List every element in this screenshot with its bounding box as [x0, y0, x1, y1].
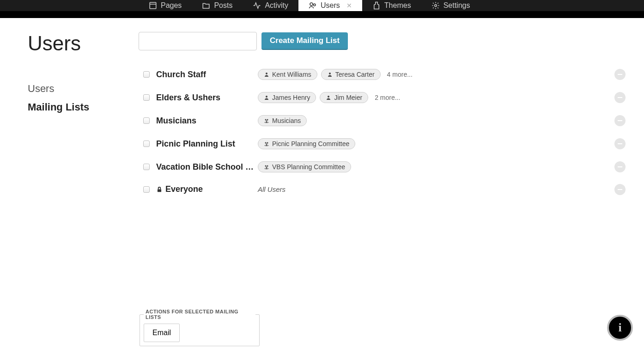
group-icon	[264, 118, 269, 123]
chip-label: Musicians	[272, 117, 301, 124]
row-name-label: Vacation Bible School Pla...	[156, 162, 258, 172]
group-chip[interactable]: VBS Planning Committee	[258, 161, 351, 172]
row-checkbox[interactable]	[143, 186, 150, 193]
remove-row-button[interactable]	[614, 69, 626, 80]
nav-tab-label: Posts	[214, 1, 232, 10]
row-name-label: Musicians	[156, 116, 196, 126]
person-icon	[327, 72, 333, 77]
remove-row-button[interactable]	[614, 161, 626, 172]
chip-label: VBS Planning Committee	[272, 163, 345, 171]
row-checkbox[interactable]	[143, 164, 150, 170]
mailing-list-row: Church StaffKent WilliamsTeresa Carter4 …	[139, 64, 626, 87]
chip-label: James Henry	[272, 94, 310, 101]
lock-icon	[156, 186, 163, 193]
gear-icon	[431, 1, 440, 10]
row-name-label: Everyone	[165, 184, 203, 194]
mailing-list-row: Elders & UshersJames HenryJim Meier2 mor…	[139, 87, 626, 110]
new-list-name-input[interactable]	[139, 32, 257, 50]
row-members: Musicians	[258, 115, 626, 126]
nav-tab-themes[interactable]: Themes	[362, 0, 421, 11]
activity-icon	[253, 1, 261, 10]
remove-row-button[interactable]	[614, 115, 626, 126]
row-name[interactable]: Picnic Planning List	[156, 139, 258, 149]
nav-tab-label: Users	[321, 1, 340, 10]
nav-tab-posts[interactable]: Posts	[192, 0, 243, 11]
mailing-list-row: Picnic Planning ListPicnic Planning Comm…	[139, 134, 626, 157]
row-members: James HenryJim Meier2 more...	[258, 92, 626, 103]
remove-row-button[interactable]	[614, 184, 626, 195]
users-icon	[309, 1, 317, 10]
group-chip[interactable]: Musicians	[258, 115, 307, 126]
nav-tab-label: Settings	[444, 1, 470, 10]
more-count[interactable]: 2 more...	[375, 94, 400, 101]
row-name[interactable]: Musicians	[156, 116, 258, 126]
person-icon	[264, 95, 269, 100]
nav-tab-label: Pages	[161, 1, 182, 10]
row-name-label: Picnic Planning List	[156, 139, 235, 149]
person-icon	[326, 95, 331, 100]
group-icon	[264, 164, 269, 170]
mailing-list-row: EveryoneAll Users	[139, 180, 626, 202]
mailing-list-row: MusiciansMusicians	[139, 110, 626, 134]
folder-icon	[202, 1, 210, 10]
person-icon	[264, 72, 269, 77]
sidebar: Users Users Mailing Lists	[28, 32, 139, 202]
chip-label: Picnic Planning Committee	[272, 140, 349, 147]
row-name[interactable]: Everyone	[156, 184, 258, 194]
user-chip[interactable]: Teresa Carter	[321, 69, 381, 80]
create-mailing-list-button[interactable]: Create Mailing List	[261, 32, 348, 50]
sidebar-item-mailing-lists[interactable]: Mailing Lists	[28, 101, 139, 113]
nav-tab-users[interactable]: Users ✕	[298, 0, 362, 11]
row-members: Picnic Planning Committee	[258, 138, 626, 149]
nav-tab-settings[interactable]: Settings	[421, 0, 480, 11]
nav-tab-label: Themes	[384, 1, 411, 10]
nav-tab-pages[interactable]: Pages	[139, 0, 192, 11]
sidebar-item-users[interactable]: Users	[28, 83, 139, 95]
row-checkbox[interactable]	[143, 141, 150, 147]
close-icon[interactable]: ✕	[346, 2, 352, 9]
theme-icon	[372, 1, 381, 10]
row-name[interactable]: Vacation Bible School Pla...	[156, 162, 258, 172]
row-members: VBS Planning Committee	[258, 161, 626, 172]
chip-label: Jim Meier	[334, 94, 362, 101]
nav-tab-label: Activity	[265, 1, 288, 10]
main: Create Mailing List Church StaffKent Wil…	[139, 32, 644, 202]
group-icon	[264, 141, 269, 147]
second-bar	[0, 11, 644, 18]
row-name[interactable]: Elders & Ushers	[156, 93, 258, 103]
page-icon	[149, 1, 157, 10]
user-chip[interactable]: James Henry	[258, 92, 316, 103]
group-chip[interactable]: Picnic Planning Committee	[258, 138, 355, 149]
remove-row-button[interactable]	[614, 138, 626, 149]
row-name-label: Elders & Ushers	[156, 93, 220, 103]
row-members: Kent WilliamsTeresa Carter4 more...	[258, 69, 626, 80]
all-users-label: All Users	[258, 185, 286, 193]
row-name[interactable]: Church Staff	[156, 70, 258, 80]
row-name-label: Church Staff	[156, 70, 206, 80]
row-checkbox[interactable]	[143, 94, 150, 101]
row-checkbox[interactable]	[143, 71, 150, 78]
nav-tab-activity[interactable]: Activity	[243, 0, 298, 11]
chip-label: Teresa Carter	[335, 71, 375, 78]
create-row: Create Mailing List	[139, 32, 626, 50]
mailing-list-row: Vacation Bible School Pla...VBS Planning…	[139, 157, 626, 180]
user-chip[interactable]: Kent Williams	[258, 69, 317, 80]
remove-row-button[interactable]	[614, 92, 626, 103]
more-count[interactable]: 4 more...	[387, 71, 413, 78]
row-checkbox[interactable]	[143, 117, 150, 124]
row-members: All Users	[258, 185, 626, 193]
page-title: Users	[28, 32, 139, 55]
top-nav: Pages Posts Activity Users ✕ Themes Sett…	[0, 0, 644, 11]
user-chip[interactable]: Jim Meier	[320, 92, 368, 103]
chip-label: Kent Williams	[272, 71, 311, 78]
